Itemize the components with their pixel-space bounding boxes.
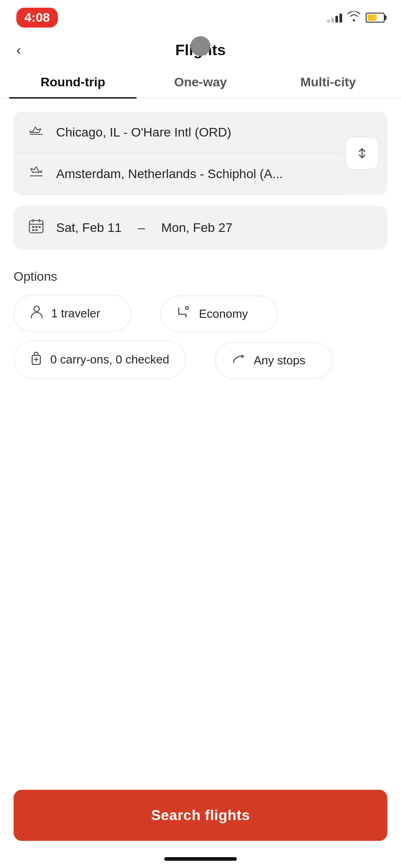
options-label: Options — [0, 260, 401, 295]
swap-button[interactable] — [346, 137, 378, 170]
baggage-button[interactable]: 0 carry-ons, 0 checked — [14, 340, 186, 379]
tab-multi-city[interactable]: Multi-city — [264, 68, 392, 98]
home-indicator — [164, 857, 237, 861]
date-separator: – — [138, 221, 145, 235]
header-avatar — [191, 36, 210, 56]
svg-rect-2 — [35, 226, 38, 228]
origin-text: Chicago, IL - O'Hare Intl (ORD) — [56, 125, 231, 140]
stops-button[interactable]: Any stops — [215, 342, 333, 379]
stops-label: Any stops — [253, 354, 305, 368]
landing-icon — [27, 166, 45, 182]
wifi-icon — [348, 11, 360, 24]
departure-date: Sat, Feb 11 — [56, 221, 122, 235]
date-card[interactable]: Sat, Feb 11 – Mon, Feb 27 — [14, 206, 387, 250]
battery-icon: ⚡ — [366, 13, 385, 23]
svg-point-7 — [186, 307, 188, 309]
return-date: Mon, Feb 27 — [161, 221, 232, 235]
status-bar: 4:08 ⚡ — [0, 0, 401, 32]
tab-one-way[interactable]: One-way — [137, 68, 264, 98]
destination-text: Amsterdam, Netherlands - Schiphol (A... — [56, 167, 283, 181]
svg-rect-3 — [32, 229, 34, 231]
header: ‹ Flights — [0, 32, 401, 68]
svg-rect-4 — [35, 229, 38, 231]
travelers-label: 1 traveler — [51, 307, 100, 321]
travelers-button[interactable]: 1 traveler — [14, 295, 131, 332]
trip-type-tabs: Round-trip One-way Multi-city — [0, 68, 401, 98]
status-icons: ⚡ — [327, 11, 385, 24]
origin-row[interactable]: Chicago, IL - O'Hare Intl (ORD) — [14, 112, 342, 153]
cabin-class-label: Economy — [199, 307, 248, 321]
person-icon — [30, 305, 43, 322]
svg-point-6 — [34, 306, 39, 311]
baggage-label: 0 carry-ons, 0 checked — [50, 353, 169, 367]
cabin-class-button[interactable]: Economy — [160, 296, 278, 332]
route-card: Chicago, IL - O'Hare Intl (ORD) Amsterda… — [14, 112, 387, 195]
svg-rect-1 — [32, 226, 34, 228]
svg-rect-5 — [38, 226, 41, 228]
destination-row[interactable]: Amsterdam, Netherlands - Schiphol (A... — [14, 153, 342, 195]
baggage-icon — [30, 351, 42, 368]
stops-icon — [232, 353, 245, 368]
signal-icon — [327, 13, 342, 23]
status-time: 4:08 — [16, 8, 58, 28]
search-flights-button[interactable]: Search flights — [14, 790, 387, 841]
seat-icon — [177, 306, 191, 322]
back-button[interactable]: ‹ — [16, 42, 21, 57]
calendar-icon — [27, 218, 45, 237]
tab-round-trip[interactable]: Round-trip — [9, 68, 137, 98]
takeoff-icon — [27, 124, 45, 140]
